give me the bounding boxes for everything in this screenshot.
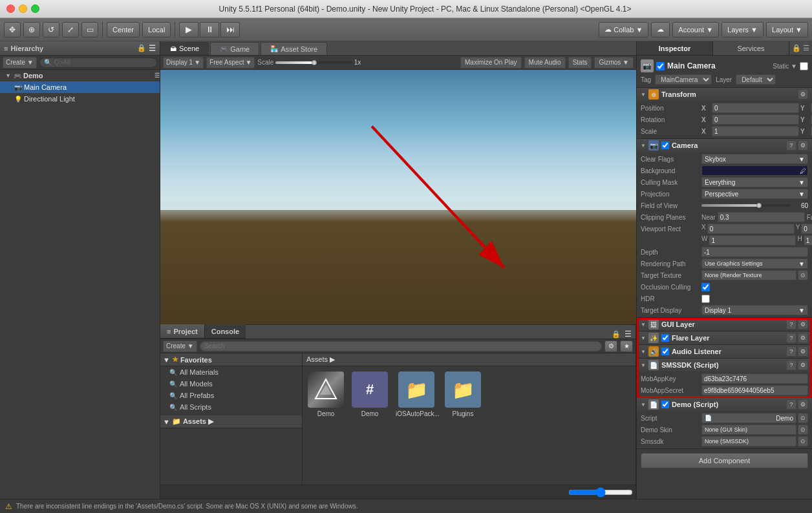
flare-layer-settings-icon[interactable]: ⚙ [798,333,808,343]
pause-button[interactable]: ⏸ [200,22,219,37]
project-tab[interactable]: ≡ Project [160,324,205,339]
object-active-checkbox[interactable] [656,62,665,70]
cloud-button[interactable]: ☁ [651,22,670,37]
project-menu-icon[interactable]: ☰ [625,330,632,339]
position-x-input[interactable] [712,103,799,113]
demo-skin-select-icon[interactable]: ⊙ [798,424,808,435]
tab-scene[interactable]: 🏔 Scene [160,42,209,55]
minimize-button[interactable] [19,5,27,13]
tab-asset-store[interactable]: 🏪 Asset Store [261,42,327,55]
smssdk-ref-icon[interactable]: ? [786,360,796,370]
audio-listener-ref-icon[interactable]: ? [786,346,796,357]
project-search-input[interactable] [200,341,602,351]
hierarchy-menu-icon[interactable]: ☰ [149,44,156,53]
rendering-path-dropdown[interactable]: Use Graphics Settings ▼ [701,258,808,269]
favorites-header[interactable]: ▼ ★ Favorites [160,353,302,366]
gui-layer-ref-icon[interactable]: ? [786,319,796,330]
demo-script-settings-icon[interactable]: ⚙ [798,399,808,410]
display-select[interactable]: Display 1 ▼ [163,57,204,68]
gizmos-button[interactable]: Gizmos ▼ [594,57,634,68]
demo-script-ref-icon[interactable]: ? [786,399,796,410]
collab-button[interactable]: ☁ Collab ▼ [599,22,648,37]
demo-script-checkbox[interactable] [661,401,669,408]
camera-header[interactable]: ▼ 📷 Camera ? ⚙ [637,139,812,152]
depth-input[interactable] [701,247,808,257]
asset-demo-csharp[interactable]: # Demo [352,372,388,417]
script-ref-field[interactable]: 📄 Demo [701,413,796,423]
project-lock-icon[interactable]: 🔒 [612,330,621,339]
all-prefabs-item[interactable]: 🔍 All Prefabs [160,390,302,401]
demo-skin-field[interactable]: None (GUI Skin) [701,424,796,435]
vp-y-input[interactable] [801,224,812,234]
layout-dropdown[interactable]: Layout ▼ [766,22,808,37]
smssdk-ref-field[interactable]: None (SMSSDK) [701,436,796,446]
scale-x-input[interactable] [712,126,799,136]
flare-layer-checkbox[interactable] [661,334,669,342]
camera-active-checkbox[interactable] [661,141,669,149]
target-texture-select-icon[interactable]: ⊙ [798,270,808,280]
clear-flags-dropdown[interactable]: Skybox ▼ [701,154,808,164]
transform-settings-icon[interactable]: ⚙ [798,89,808,99]
mob-app-key-input[interactable] [701,373,808,384]
audio-listener-checkbox[interactable] [661,348,669,355]
script-ref-select-icon[interactable]: ⊙ [798,413,808,423]
transform-header[interactable]: ▼ ⊕ Transform ⚙ [637,88,812,101]
flare-layer-ref-icon[interactable]: ? [786,333,796,343]
hierarchy-lock-icon[interactable]: 🔒 [137,44,146,52]
console-tab[interactable]: Console [205,324,246,339]
add-component-button[interactable]: Add Component [641,453,808,468]
hierarchy-search[interactable]: 🔍 Q>All [39,58,157,68]
mute-audio-button[interactable]: Mute Audio [524,57,566,68]
fov-slider[interactable] [701,204,790,207]
smssdk-ref-select-icon[interactable]: ⊙ [798,436,808,446]
maximize-button[interactable] [31,5,39,13]
rect-tool-button[interactable]: ▭ [81,22,98,37]
scale-tool-button[interactable]: ⤢ [62,22,79,37]
maximize-on-play-button[interactable]: Maximize On Play [460,57,522,68]
move-tool-button[interactable]: ⊕ [23,22,40,37]
projection-dropdown[interactable]: Perspective ▼ [701,189,808,199]
project-star-icon[interactable]: ★ [620,340,633,352]
target-texture-field[interactable]: None (Render Texture [701,270,796,280]
scale-slider[interactable] [275,61,352,64]
rotate-tool-button[interactable]: ↺ [43,22,59,37]
occlusion-checkbox[interactable] [701,283,710,291]
camera-settings-icon[interactable]: ⚙ [798,140,808,151]
camera-ref-icon[interactable]: ? [786,140,796,151]
tag-dropdown[interactable]: MainCamera [655,74,712,85]
project-zoom-slider[interactable] [568,487,633,497]
tree-item-demo[interactable]: ▼ 🎮 Demo ☰ [0,70,160,81]
asset-demo-unity[interactable]: Demo [308,372,344,417]
vp-w-input[interactable] [709,235,796,246]
background-color-field[interactable]: 🖊 [701,165,808,176]
tree-item-directional-light[interactable]: 💡 Directional Light [0,93,160,105]
culling-mask-dropdown[interactable]: Everything ▼ [701,177,808,187]
demo-menu-icon[interactable]: ☰ [155,72,160,79]
layer-dropdown[interactable]: Default [736,74,776,85]
smssdk-settings-icon[interactable]: ⚙ [798,360,808,370]
mob-app-secret-input[interactable] [701,385,808,395]
flare-layer-header[interactable]: ▼ ✨ Flare Layer ? ⚙ [637,331,812,344]
vp-h-input[interactable] [804,235,812,246]
aspect-select[interactable]: Free Aspect ▼ [206,57,255,68]
asset-plugins[interactable]: 📁 Plugins [445,372,481,417]
project-refresh-icon[interactable]: ⚙ [604,340,617,352]
audio-listener-settings-icon[interactable]: ⚙ [798,346,808,357]
step-button[interactable]: ⏭ [220,22,240,37]
tree-item-main-camera[interactable]: 📷 Main Camera [0,81,160,93]
account-dropdown[interactable]: Account ▼ [672,22,719,37]
demo-script-header[interactable]: ▼ 📄 Demo (Script) ? ⚙ [637,398,812,411]
layers-dropdown[interactable]: Layers ▼ [721,22,764,37]
play-button[interactable]: ▶ [179,22,198,37]
vp-x-input[interactable] [707,224,795,234]
asset-ios-autopack[interactable]: 📁 iOSAutoPack... [396,372,437,417]
inspector-menu-icon[interactable]: ☰ [803,44,809,52]
hdr-checkbox[interactable] [701,295,710,303]
audio-listener-header[interactable]: ▼ 🔊 Audio Listener ? ⚙ [637,345,812,358]
hand-tool-button[interactable]: ✥ [4,22,21,37]
smssdk-header[interactable]: ▼ 📄 SMSSDK (Script) ? ⚙ [637,359,812,372]
gui-layer-header[interactable]: ▼ 🖼 GUI Layer ? ⚙ [637,318,812,331]
static-checkbox[interactable] [800,62,808,70]
hierarchy-create-dropdown[interactable]: Create ▼ [3,57,37,68]
center-button[interactable]: Center [107,22,140,37]
